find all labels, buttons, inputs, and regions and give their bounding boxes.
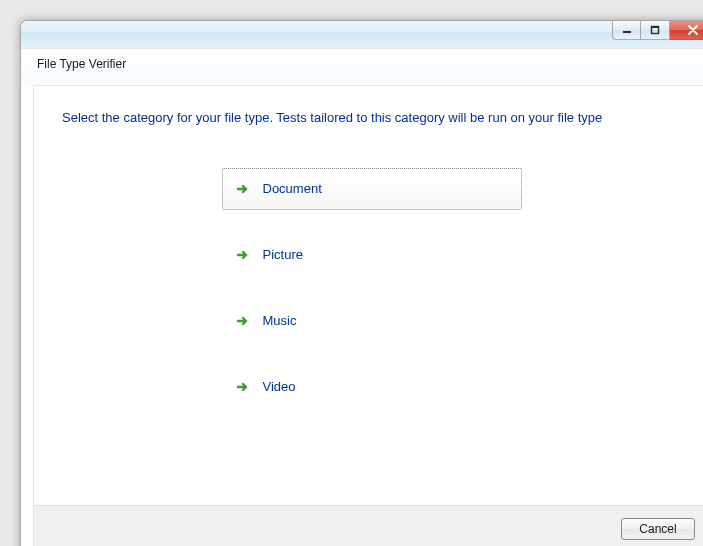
category-label: Document (263, 181, 322, 196)
content-panel: Select the category for your file type. … (33, 85, 703, 505)
category-label: Video (263, 379, 296, 394)
instruction-text: Select the category for your file type. … (62, 108, 681, 128)
minimize-icon (622, 25, 632, 35)
arrow-right-icon (235, 247, 251, 263)
close-icon (687, 25, 699, 35)
cancel-button[interactable]: Cancel (621, 518, 695, 540)
arrow-right-icon (235, 379, 251, 395)
category-music[interactable]: Music (222, 300, 522, 342)
maximize-button[interactable] (641, 21, 670, 40)
category-video[interactable]: Video (222, 366, 522, 408)
category-document[interactable]: Document (222, 168, 522, 210)
category-list: Document Picture Music (222, 168, 522, 408)
minimize-button[interactable] (612, 21, 641, 40)
arrow-right-icon (235, 313, 251, 329)
maximize-icon (650, 25, 660, 35)
category-label: Picture (263, 247, 303, 262)
header-region: File Type Verifier (21, 49, 703, 85)
app-title: File Type Verifier (37, 57, 703, 71)
dialog-footer: Cancel (33, 505, 703, 546)
svg-rect-2 (651, 26, 659, 28)
category-picture[interactable]: Picture (222, 234, 522, 276)
window-controls (612, 21, 703, 40)
arrow-right-icon (235, 181, 251, 197)
close-button[interactable] (670, 21, 703, 40)
titlebar (21, 21, 703, 49)
svg-rect-0 (623, 31, 631, 33)
dialog-window: File Type Verifier Select the category f… (20, 20, 703, 546)
category-label: Music (263, 313, 297, 328)
